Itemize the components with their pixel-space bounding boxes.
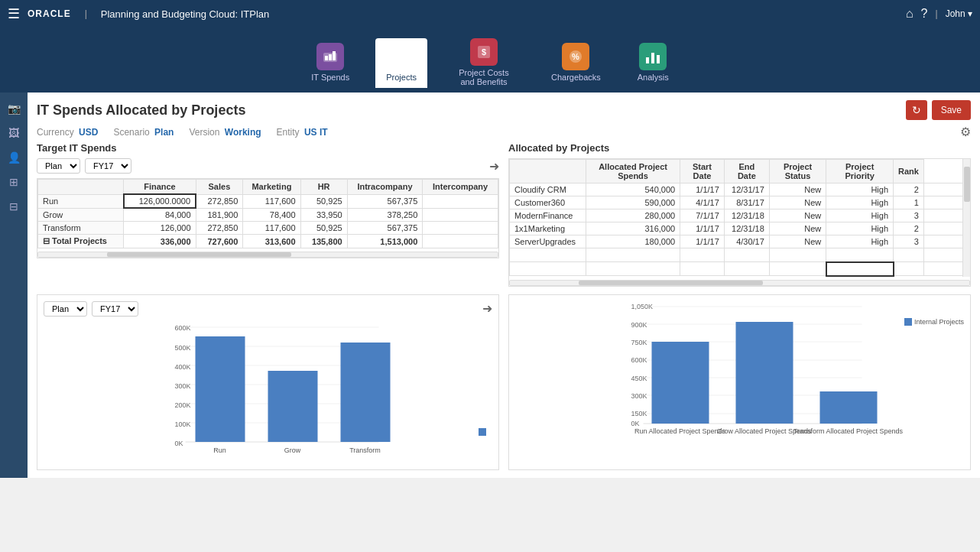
x-label-run: Run xyxy=(213,446,226,454)
tab-chargebacks[interactable]: % Chargebacks xyxy=(540,38,612,88)
right-cell-r4-c1: 180,000 xyxy=(586,235,680,248)
app-title: Planning and Budgeting Cloud: ITPlan xyxy=(101,8,269,20)
entity-value[interactable]: US IT xyxy=(304,127,328,138)
right-cell-r3-c5: High xyxy=(826,222,894,235)
cell-r2-c5 xyxy=(423,222,498,235)
sidebar-btn-image[interactable]: 🖼 xyxy=(2,122,26,144)
right-cell-r1-c2: 4/1/17 xyxy=(680,196,725,209)
version-value[interactable]: Working xyxy=(225,127,261,138)
y-label-100k: 100K xyxy=(175,420,191,428)
right-cell-r1-c6: 1 xyxy=(894,196,924,209)
cell-r2-c2: 117,600 xyxy=(243,222,300,235)
settings-icon[interactable]: ⚙ xyxy=(960,125,971,138)
cell-r0-c0[interactable]: 126,000.0000 xyxy=(124,194,196,208)
y-label-500k: 500K xyxy=(175,344,191,352)
projects-icon xyxy=(388,43,415,70)
right-cell-r0-c0: Cloudify CRM xyxy=(510,183,586,196)
analysis-icon xyxy=(639,43,667,70)
col-start-date: Start Date xyxy=(680,160,725,183)
left-data-grid: Finance Sales Marketing HR Intracompany … xyxy=(37,178,499,258)
y-label-400k: 400K xyxy=(175,363,191,371)
cell-r2-c3: 50,925 xyxy=(300,222,347,235)
navigate-right-chart-left[interactable]: ➜ xyxy=(482,301,492,316)
tab-it-spends-label: IT Spends xyxy=(311,73,349,82)
scenario-value[interactable]: Plan xyxy=(154,127,174,138)
y-label-450k: 450K xyxy=(631,375,647,382)
left-panel: Target IT Spends Plan FY17 ➜ xyxy=(37,142,499,287)
col-rank: Rank xyxy=(894,160,924,183)
right-cell-r2-c6: 3 xyxy=(894,209,924,222)
sidebar-btn-user[interactable]: 👤 xyxy=(2,146,26,169)
right-cell-r0-c2: 1/1/17 xyxy=(680,183,725,196)
col-finance: Finance xyxy=(124,180,196,195)
top-bar-right: ⌂ ? | John ▾ xyxy=(906,7,972,21)
tab-projects-label: Projects xyxy=(386,73,417,82)
svg-rect-2 xyxy=(329,54,332,60)
svg-text:%: % xyxy=(572,52,579,61)
cell-r2-c4: 567,375 xyxy=(347,222,423,235)
year-dropdown-chart-left[interactable]: FY17 xyxy=(92,301,138,317)
y-label-0k-r: 0K xyxy=(631,420,640,427)
bar-grow-left xyxy=(268,371,318,442)
y-label-600k: 600K xyxy=(175,324,191,332)
tab-analysis[interactable]: Analysis xyxy=(627,38,680,88)
sidebar-btn-grid2[interactable]: ⊟ xyxy=(2,195,26,218)
empty-r1-c2 xyxy=(680,262,725,276)
tab-projects[interactable]: Projects xyxy=(375,38,427,88)
entity-label: Entity xyxy=(277,127,300,138)
cell-r0-c4: 567,375 xyxy=(347,194,423,208)
cell-r0-c3: 50,925 xyxy=(300,194,347,208)
svg-rect-6 xyxy=(397,57,406,58)
cell-r1-c5 xyxy=(423,208,498,222)
empty-r0-c4 xyxy=(769,248,826,262)
empty-r1-c3 xyxy=(724,262,769,276)
cell-r1-c0: 84,000 xyxy=(124,208,196,222)
col-end-date: End Date xyxy=(724,160,769,183)
left-chart-controls: Plan FY17 ➜ xyxy=(44,301,492,317)
plan-dropdown-left[interactable]: Plan xyxy=(37,158,80,174)
plan-dropdown-chart-left[interactable]: Plan xyxy=(44,301,87,317)
refresh-button[interactable]: ↻ xyxy=(906,100,927,120)
row-label-1: Grow xyxy=(38,208,124,222)
right-cell-r1-c5: High xyxy=(826,196,894,209)
bar-transform-right xyxy=(820,391,878,424)
col-project-name xyxy=(510,160,586,183)
cell-r1-c2: 78,400 xyxy=(243,208,300,222)
currency-label: Currency xyxy=(37,127,74,138)
sidebar: 📷 🖼 👤 ⊞ ⊟ xyxy=(0,93,28,478)
col-intracompany: Intracompany xyxy=(347,180,423,195)
cell-r3-c4: 1,513,000 xyxy=(347,235,423,248)
year-dropdown-left[interactable]: FY17 xyxy=(85,158,131,174)
right-cell-r4-c2: 1/1/17 xyxy=(680,235,725,248)
left-scroll-bar[interactable] xyxy=(37,252,498,258)
y-label-750k: 750K xyxy=(631,339,647,346)
sidebar-btn-grid[interactable]: ⊞ xyxy=(2,170,26,193)
currency-value[interactable]: USD xyxy=(79,127,98,138)
right-cell-r2-c2: 7/1/17 xyxy=(680,209,725,222)
oracle-logo: ORACLE xyxy=(28,8,71,19)
page-header: IT Spends Allocated by Projects ↻ Save xyxy=(37,100,971,120)
right-bar-chart: 1,050K 900K 750K 600K 450K 300K 150K 0K xyxy=(515,301,964,439)
navigate-right-left[interactable]: ➜ xyxy=(489,159,499,174)
main-area: IT Spends Allocated by Projects ↻ Save C… xyxy=(28,93,980,478)
right-scroll-bar[interactable] xyxy=(509,280,970,286)
sidebar-btn-camera[interactable]: 📷 xyxy=(2,97,26,120)
col-allocated-spends: Allocated Project Spends xyxy=(586,160,680,183)
right-cell-r2-c0: ModernFinance xyxy=(510,209,586,222)
empty-r0-c2 xyxy=(680,248,725,262)
home-icon[interactable]: ⌂ xyxy=(906,7,913,21)
hamburger-menu-icon[interactable]: ☰ xyxy=(8,5,20,22)
save-button[interactable]: Save xyxy=(932,100,971,120)
y-label-300k: 300K xyxy=(175,382,191,390)
tab-it-spends[interactable]: IT Spends xyxy=(300,38,360,88)
tab-costs[interactable]: $ Project Costs and Benefits xyxy=(443,34,525,93)
right-cell-r2-c4: New xyxy=(769,209,826,222)
user-menu[interactable]: John ▾ xyxy=(946,8,972,19)
left-table: Finance Sales Marketing HR Intracompany … xyxy=(37,179,498,248)
right-panel-title: Allocated by Projects xyxy=(508,142,971,154)
col-header-empty xyxy=(38,180,124,195)
charts-area: Plan FY17 ➜ 600K 500K 400K 300K 200K xyxy=(37,294,971,470)
right-panel: Allocated by Projects Allocated Project … xyxy=(508,142,971,287)
row-label-0: Run xyxy=(38,194,124,208)
help-icon[interactable]: ? xyxy=(921,7,928,21)
